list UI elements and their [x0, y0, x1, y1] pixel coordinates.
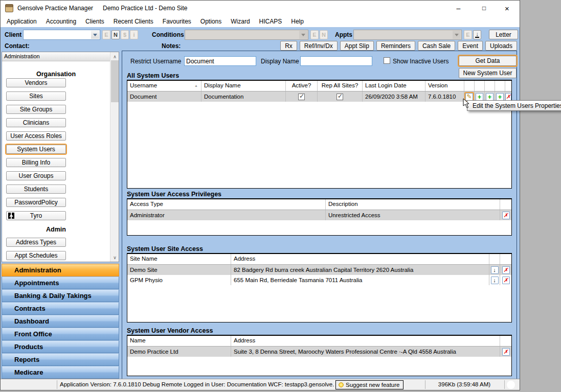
display-name-input[interactable]	[300, 56, 372, 66]
nav-item-reports[interactable]: Reports	[2, 353, 119, 366]
client-e-button[interactable]: E	[102, 30, 110, 39]
sidebar-item-vendors[interactable]: Vendors	[6, 78, 66, 87]
add-site-access-button[interactable]: +	[486, 93, 493, 101]
delete-vendor-access-button[interactable]: ✗	[502, 348, 510, 356]
delete-user-button[interactable]: ✗	[505, 93, 511, 101]
table-row[interactable]: Demo Practice Ltd Suite 3, 8 Denna Stree…	[127, 347, 511, 357]
sidebar-item-user-access-roles[interactable]: User Access Roles	[6, 131, 66, 141]
table-row[interactable]: Administrator Unrestricted Access ✗	[127, 210, 511, 220]
add-privilege-button[interactable]: +	[476, 93, 483, 101]
col-address[interactable]: Address	[231, 254, 489, 264]
minimize-button[interactable]: –	[447, 1, 470, 16]
conditions-combobox[interactable]	[185, 30, 308, 40]
delete-site-access-button[interactable]: ✗	[502, 276, 510, 284]
appt-slip-button[interactable]: Appt Slip	[340, 41, 374, 51]
sidebar-item-site-groups[interactable]: Site Groups	[6, 105, 66, 114]
menu-favourites[interactable]: Favourites	[158, 17, 196, 26]
sidebar-item-students[interactable]: Students	[6, 185, 66, 194]
delete-privilege-button[interactable]: ✗	[502, 212, 510, 219]
maximize-button[interactable]: □	[473, 1, 496, 16]
move-down-button[interactable]: ↓	[491, 266, 499, 274]
chevron-down-icon	[453, 31, 461, 39]
add-vendor-access-button[interactable]: +	[496, 93, 504, 101]
client-n-button[interactable]: N	[111, 30, 120, 39]
sidebar-item-system-users[interactable]: System Users	[6, 145, 66, 154]
active-checkbox[interactable]	[298, 94, 305, 100]
client-combobox[interactable]	[23, 30, 100, 40]
sidebar-item-clinicians[interactable]: Clinicians	[6, 118, 66, 127]
menu-wizard[interactable]: Wizard	[226, 17, 254, 26]
sidebar-item-tyro[interactable]: Tyro	[6, 211, 66, 220]
close-button[interactable]: ×	[496, 1, 519, 16]
client-dollar-button[interactable]: $	[121, 30, 129, 39]
chevron-down-icon[interactable]	[91, 31, 99, 39]
sidebar-item-sites[interactable]: Sites	[6, 91, 66, 101]
table-row[interactable]: Document Documentation 26/09/2020 3:58 A…	[127, 91, 511, 102]
appts-download-button[interactable]: ↓	[473, 30, 481, 39]
col-version[interactable]: Version	[425, 81, 464, 91]
ref-inv-dx-button[interactable]: Ref/Inv/Dx	[300, 41, 338, 51]
menu-options[interactable]: Options	[196, 17, 226, 26]
rep-all-sites-checkbox[interactable]	[336, 94, 343, 100]
table-row[interactable]: Demo Site 82 Badgery Rd burra creek Aust…	[127, 265, 511, 275]
quick-action-buttons: Rx Ref/Inv/Dx Appt Slip Reminders Cash S…	[280, 41, 517, 51]
nav-item-medicare[interactable]: Medicare	[2, 366, 119, 379]
nav-item-dashboard[interactable]: Dashboard	[2, 315, 119, 328]
col-description[interactable]: Description	[326, 199, 500, 210]
conditions-e-button[interactable]: E	[310, 30, 319, 39]
col-access-type[interactable]: Access Type	[127, 199, 326, 210]
col-address[interactable]: Address	[231, 336, 500, 346]
menu-recent-clients[interactable]: Recent Clients	[109, 17, 158, 26]
scroll-down-icon[interactable]: ∨	[110, 253, 119, 262]
status-indicator	[507, 381, 515, 389]
sidebar-scrollbar[interactable]: ∧ ∨	[110, 52, 119, 262]
reminders-button[interactable]: Reminders	[376, 41, 415, 51]
rx-button[interactable]: Rx	[280, 41, 297, 51]
move-down-button[interactable]: ↓	[491, 276, 499, 284]
restrict-username-input[interactable]	[184, 56, 256, 66]
sidebar-item-password-policy[interactable]: PasswordPolicy	[6, 198, 66, 207]
delete-site-access-button[interactable]: ✗	[502, 266, 510, 274]
sidebar-item-billing-info[interactable]: Billing Info	[6, 158, 66, 167]
sidebar-item-appt-schedules[interactable]: Appt Schedules	[6, 251, 66, 260]
conditions-n-button[interactable]: N	[320, 30, 328, 39]
menu-hicaps[interactable]: HICAPS	[255, 17, 287, 26]
nav-item-banking[interactable]: Banking & Daily Takings	[2, 289, 119, 302]
col-active[interactable]: Active?	[286, 81, 318, 91]
sidebar-item-address-types[interactable]: Address Types	[6, 238, 66, 247]
nav-item-products[interactable]: Products	[2, 340, 119, 353]
nav-item-front-office[interactable]: Front Office	[2, 328, 119, 340]
table-row[interactable]: GPM Physio 655 Main Rd, Berriedale Tasma…	[127, 275, 511, 285]
nav-item-appointments[interactable]: Appointments	[2, 276, 119, 289]
uploads-button[interactable]: Uploads	[485, 41, 517, 51]
client-info-button[interactable]: i	[130, 30, 138, 39]
cash-sale-button[interactable]: Cash Sale	[418, 41, 455, 51]
menu-application[interactable]: Application	[2, 17, 41, 26]
scroll-up-icon[interactable]: ∧	[110, 52, 119, 61]
col-username[interactable]: Username▲	[127, 81, 201, 91]
show-inactive-checkbox[interactable]	[384, 57, 390, 64]
col-rep-all-sites[interactable]: Rep All Sites?	[318, 81, 363, 91]
nav-item-administration[interactable]: Administration	[2, 264, 119, 276]
display-name-label: Display Name	[261, 58, 299, 65]
letter-button[interactable]: Letter	[489, 30, 518, 39]
module-nav: Administration Appointments Banking & Da…	[2, 264, 119, 379]
menu-accounting[interactable]: Accounting	[41, 17, 81, 26]
col-display-name[interactable]: Display Name	[201, 81, 286, 91]
appts-combobox[interactable]	[353, 30, 462, 40]
col-site-name[interactable]: Site Name	[127, 254, 231, 264]
appts-e-button[interactable]: E	[464, 30, 472, 39]
nav-item-contracts[interactable]: Contracts	[2, 302, 119, 315]
cell-address: 82 Badgery Rd burra creek Australian Cap…	[231, 265, 489, 275]
menu-clients[interactable]: Clients	[81, 17, 109, 26]
table-header-row: Site Name Address	[127, 254, 511, 265]
event-button[interactable]: Event	[458, 41, 483, 51]
col-last-login[interactable]: Last Login Date	[363, 81, 425, 91]
delete-x-icon: ✗	[503, 349, 508, 355]
get-data-button[interactable]: Get Data	[459, 56, 517, 66]
sidebar-item-user-groups[interactable]: User Groups	[6, 171, 66, 180]
scrollbar-thumb[interactable]	[111, 60, 119, 102]
suggest-feature-button[interactable]: Suggest new feature	[335, 380, 403, 389]
menu-help[interactable]: Help	[286, 17, 308, 26]
col-name[interactable]: Name	[127, 336, 231, 346]
